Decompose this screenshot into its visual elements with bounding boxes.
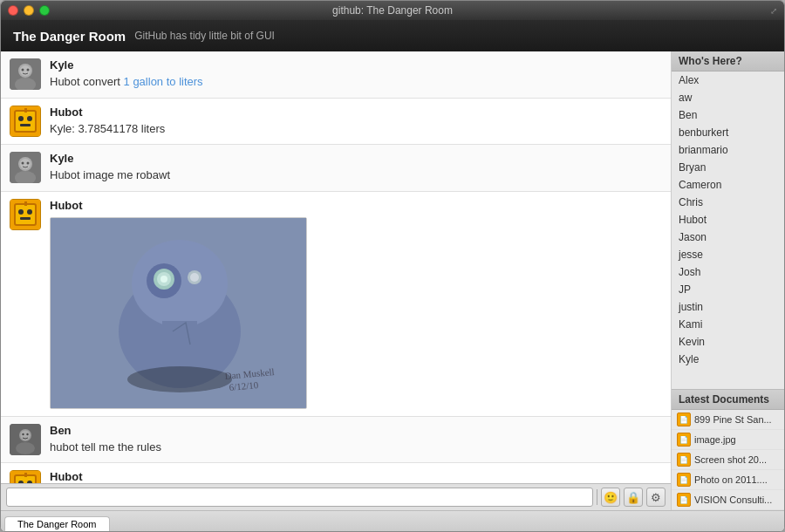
svg-rect-48 bbox=[24, 473, 27, 477]
message-username: Kyle bbox=[50, 58, 662, 72]
doc-name: 899 Pine St San... bbox=[694, 414, 772, 425]
sidebar-user-item[interactable]: justin bbox=[672, 298, 784, 316]
highlight-text: 1 gallon to liters bbox=[124, 75, 203, 88]
sidebar-user-item[interactable]: jesse bbox=[672, 246, 784, 263]
sidebar-user-item[interactable]: Kyle bbox=[672, 351, 784, 368]
svg-point-9 bbox=[27, 116, 32, 121]
message-username: Hubot bbox=[50, 199, 662, 212]
chat-area: Kyle Hubot convert 1 gallon to liters bbox=[1, 51, 671, 510]
svg-point-30 bbox=[160, 276, 167, 283]
doc-icon: 📄 bbox=[677, 453, 691, 467]
lock-button[interactable]: 🔒 bbox=[624, 488, 643, 507]
doc-name: Photo on 2011.... bbox=[694, 474, 768, 485]
sidebar-user-item[interactable]: Alex bbox=[672, 72, 784, 89]
message-body: Hubot bbox=[50, 199, 662, 409]
sidebar-user-item[interactable]: Chris bbox=[672, 194, 784, 211]
svg-point-16 bbox=[22, 162, 24, 165]
svg-rect-22 bbox=[20, 217, 31, 220]
sidebar-user-item[interactable]: Kami bbox=[672, 316, 784, 333]
sidebar-user-item[interactable]: Bryan bbox=[672, 159, 784, 176]
sidebar-user-item[interactable]: aw bbox=[672, 89, 784, 106]
input-area: 🙂 🔒 ⚙ bbox=[1, 483, 671, 510]
window-title: github: The Danger Room bbox=[332, 4, 453, 17]
sidebar: Who's Here? AlexawBenbenburkertbrianmari… bbox=[671, 51, 784, 510]
channel-subtitle: GitHub has tidy little bit of GUI bbox=[134, 30, 275, 42]
sidebar-user-item[interactable]: Hubot bbox=[672, 211, 784, 228]
doc-item[interactable]: 📄image.jpg bbox=[672, 430, 784, 450]
doc-item[interactable]: 📄Screen shot 20... bbox=[672, 450, 784, 470]
sidebar-user-item[interactable]: Cameron bbox=[672, 176, 784, 194]
svg-point-42 bbox=[26, 433, 28, 434]
svg-point-32 bbox=[190, 273, 199, 282]
message-text: hubot tell me the rules bbox=[50, 439, 662, 456]
svg-point-5 bbox=[27, 69, 30, 72]
close-button[interactable] bbox=[8, 5, 18, 16]
message-row: Kyle Hubot image me robawt bbox=[1, 145, 671, 192]
svg-point-21 bbox=[27, 209, 32, 215]
message-username: Hubot bbox=[50, 470, 662, 483]
settings-button[interactable]: ⚙ bbox=[646, 488, 666, 507]
svg-point-4 bbox=[22, 69, 24, 72]
doc-name: VISION Consulti... bbox=[694, 494, 772, 505]
message-text: Hubot image me robawt bbox=[50, 167, 662, 184]
sidebar-user-item[interactable]: Kevin bbox=[672, 333, 784, 351]
message-username: Kyle bbox=[50, 152, 662, 165]
message-text: Kyle: 3.78541178 liters bbox=[50, 120, 662, 138]
whos-here-title: Who's Here? bbox=[672, 51, 784, 72]
users-list: AlexawBenbenburkertbrianmarioBryanCamero… bbox=[672, 72, 784, 389]
sidebar-user-item[interactable]: Jason bbox=[672, 228, 784, 246]
message-username: Ben bbox=[50, 424, 662, 437]
sidebar-user-item[interactable]: benburkert bbox=[672, 124, 784, 141]
latest-docs-title: Latest Documents bbox=[672, 390, 784, 410]
input-divider bbox=[597, 489, 597, 505]
sidebar-user-item[interactable]: Josh bbox=[672, 263, 784, 281]
minimize-button[interactable] bbox=[24, 5, 34, 16]
smiley-button[interactable]: 🙂 bbox=[601, 488, 620, 507]
avatar bbox=[10, 199, 41, 230]
main-window: github: The Danger Room ⤢ The Danger Roo… bbox=[0, 0, 785, 532]
doc-item[interactable]: 📄VISION Consulti... bbox=[672, 490, 784, 510]
message-body: Kyle Hubot convert 1 gallon to liters bbox=[50, 58, 662, 91]
message-row: Kyle Hubot convert 1 gallon to liters bbox=[1, 51, 671, 99]
avatar bbox=[10, 106, 41, 137]
bottom-tabs: The Danger Room bbox=[1, 510, 784, 531]
message-body: Hubot 1. A robot may not injure a human … bbox=[50, 470, 662, 483]
svg-point-39 bbox=[16, 442, 35, 454]
svg-point-17 bbox=[27, 162, 30, 165]
doc-name: Screen shot 20... bbox=[694, 454, 767, 465]
doc-icon: 📄 bbox=[677, 493, 691, 507]
robot-image: Dan Muskell 6/12/10 bbox=[50, 217, 307, 409]
titlebar: github: The Danger Room ⤢ bbox=[1, 1, 784, 20]
message-row: Ben hubot tell me the rules bbox=[1, 417, 671, 464]
avatar bbox=[10, 424, 41, 455]
svg-point-34 bbox=[127, 366, 232, 392]
chat-input[interactable] bbox=[6, 488, 593, 507]
app-header: The Danger Room GitHub has tidy little b… bbox=[1, 20, 784, 51]
doc-icon: 📄 bbox=[677, 413, 691, 426]
sidebar-user-item[interactable]: JP bbox=[672, 281, 784, 298]
message-row: Hubot bbox=[1, 192, 671, 417]
avatar bbox=[10, 58, 41, 90]
svg-point-41 bbox=[22, 433, 24, 434]
svg-rect-23 bbox=[24, 201, 27, 206]
resize-icon: ⤢ bbox=[770, 6, 777, 16]
sidebar-user-item[interactable]: brianmario bbox=[672, 141, 784, 159]
svg-rect-10 bbox=[20, 124, 31, 126]
sidebar-user-item[interactable]: Ben bbox=[672, 106, 784, 124]
doc-item[interactable]: 📄Photo on 2011.... bbox=[672, 470, 784, 490]
svg-point-8 bbox=[18, 116, 24, 121]
message-row: Hubot 1. A robot may not injure a human … bbox=[1, 463, 671, 483]
svg-rect-11 bbox=[24, 108, 27, 113]
message-row: Hubot Kyle: 3.78541178 liters bbox=[1, 99, 671, 146]
message-body: Kyle Hubot image me robawt bbox=[50, 152, 662, 184]
avatar bbox=[10, 152, 41, 183]
maximize-button[interactable] bbox=[39, 5, 50, 16]
doc-item[interactable]: 📄899 Pine St San... bbox=[672, 410, 784, 430]
svg-rect-7 bbox=[15, 111, 36, 132]
message-body: Hubot Kyle: 3.78541178 liters bbox=[50, 106, 662, 138]
tab-danger-room[interactable]: The Danger Room bbox=[4, 516, 110, 531]
message-text: Hubot convert 1 gallon to liters bbox=[50, 73, 662, 91]
channel-title: The Danger Room bbox=[13, 29, 126, 44]
message-username: Hubot bbox=[50, 106, 662, 119]
doc-icon: 📄 bbox=[677, 433, 691, 447]
